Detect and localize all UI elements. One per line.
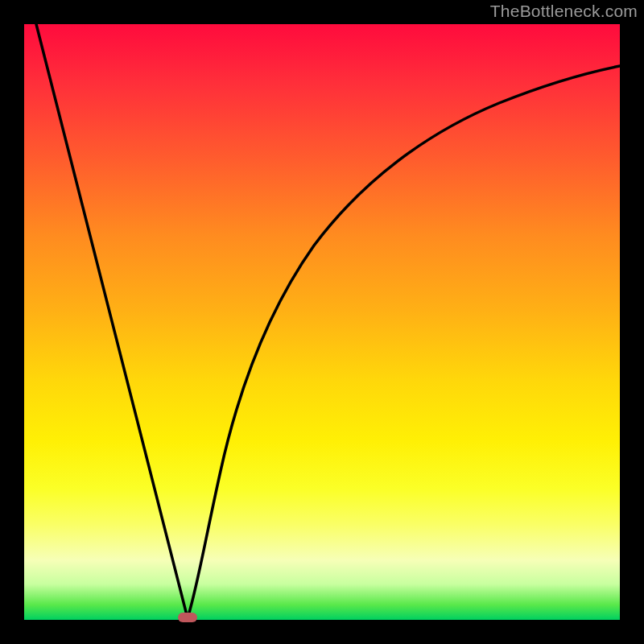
watermark-text: TheBottleneck.com bbox=[490, 2, 638, 21]
bottleneck-curve bbox=[24, 24, 620, 620]
plot-area bbox=[24, 24, 620, 620]
chart-frame: TheBottleneck.com bbox=[0, 0, 644, 644]
optimal-marker bbox=[178, 613, 197, 622]
curve-path bbox=[36, 24, 620, 618]
